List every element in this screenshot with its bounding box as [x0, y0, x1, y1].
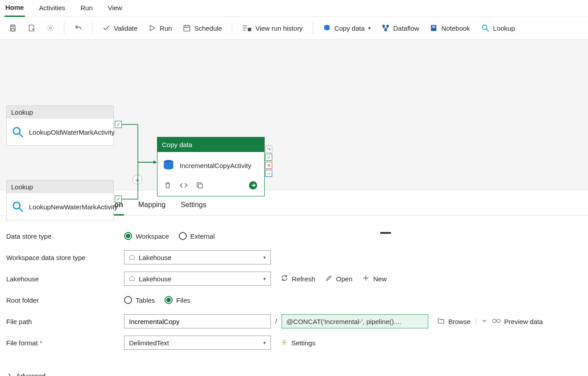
tab-mapping[interactable]: Mapping	[137, 197, 166, 215]
save-as-icon	[28, 24, 36, 32]
lookup-new-activity[interactable]: Lookup LookupNewWaterMarkActivity	[6, 180, 114, 220]
chevron-down-icon	[481, 318, 487, 325]
port-completion-icon[interactable]: →	[265, 170, 272, 177]
schedule-label: Schedule	[194, 24, 222, 32]
radio-workspace[interactable]: Workspace	[124, 232, 169, 240]
add-activity-button[interactable]: +	[133, 175, 142, 184]
select-value: Lakehouse	[139, 275, 171, 283]
radio-label: Workspace	[136, 232, 169, 240]
svg-point-15	[387, 25, 389, 27]
svg-point-20	[482, 25, 487, 29]
delete-icon[interactable]	[164, 181, 172, 191]
undo-button[interactable]	[70, 21, 87, 35]
svg-point-35	[283, 341, 285, 343]
activity-name: LookupOldWaterMarkActivity	[29, 128, 115, 136]
settings-button[interactable]	[42, 21, 59, 35]
label-rootfolder: Root folder	[6, 296, 124, 304]
nav-tab-run[interactable]: Run	[80, 0, 94, 16]
preview-button[interactable]: Preview data	[492, 318, 543, 325]
play-icon	[148, 24, 156, 32]
code-icon[interactable]	[180, 181, 188, 191]
port-success-icon[interactable]: ✓	[265, 154, 272, 161]
save-icon	[9, 24, 17, 32]
run-button[interactable]: Run	[144, 21, 177, 35]
preview-label: Preview data	[504, 318, 543, 325]
schedule-button[interactable]: Schedule	[178, 21, 227, 35]
port-fail-icon[interactable]: ✕	[265, 162, 272, 169]
chevron-down-icon: ▾	[263, 276, 266, 282]
lakehouse-icon	[129, 275, 135, 283]
filepath-directory-input[interactable]	[124, 314, 271, 328]
browse-more-button[interactable]	[481, 318, 487, 325]
run-next-icon[interactable]	[248, 180, 258, 192]
select-workspace-datastore-type[interactable]: Lakehouse ▾	[124, 250, 271, 264]
svg-rect-1	[12, 28, 14, 31]
activity-header: Lookup	[7, 180, 113, 193]
label-datastoretype: Data store type	[6, 232, 124, 240]
success-port-icon[interactable]: ✓	[115, 121, 122, 128]
radio-tables[interactable]: Tables	[124, 296, 155, 304]
check-icon	[102, 24, 110, 32]
success-port-icon[interactable]: ✓	[115, 196, 122, 203]
run-label: Run	[160, 24, 172, 32]
copy-data-activity[interactable]: Copy data IncrementalCopyActivity	[157, 137, 265, 196]
lookup-old-activity[interactable]: Lookup LookupOldWaterMarkActivity	[6, 105, 114, 146]
radio-files[interactable]: Files	[165, 296, 190, 304]
select-value: DelimitedText	[129, 339, 169, 347]
refresh-icon	[281, 274, 288, 283]
chevron-down-icon: ▾	[263, 255, 266, 260]
dataflow-button[interactable]: Dataflow	[377, 21, 423, 35]
history-button[interactable]: View run history	[238, 21, 307, 35]
history-label: View run history	[255, 24, 302, 32]
resize-handle[interactable]	[380, 232, 391, 234]
advanced-toggle[interactable]: Advanced	[0, 363, 588, 376]
label-lakehouse: Lakehouse	[6, 275, 124, 283]
pipeline-canvas[interactable]: Lookup LookupOldWaterMarkActivity ✓ Look…	[0, 40, 588, 190]
radio-label: Tables	[136, 296, 155, 304]
svg-rect-18	[432, 26, 436, 27]
nav-tabs: Home Activities Run View	[0, 0, 588, 17]
nav-tab-activities[interactable]: Activities	[38, 0, 66, 16]
svg-rect-28	[198, 184, 202, 188]
svg-point-14	[383, 25, 385, 27]
nav-tab-home[interactable]: Home	[4, 0, 25, 17]
activity-name: IncrementalCopyActivity	[180, 162, 251, 169]
radio-external[interactable]: External	[179, 232, 215, 240]
format-settings-button[interactable]: Settings	[281, 339, 315, 347]
notebook-button[interactable]: Notebook	[425, 21, 474, 35]
filepath-filename-expression[interactable]: @CONCAT('Incremental-', pipeline()....	[282, 314, 428, 328]
svg-marker-26	[153, 160, 157, 164]
toolbar-divider	[313, 22, 313, 34]
copydata-button[interactable]: Copy data ▾	[318, 21, 375, 35]
lookup-button[interactable]: Lookup	[476, 21, 520, 35]
validate-label: Validate	[114, 24, 137, 32]
gear-icon	[281, 339, 288, 347]
refresh-button[interactable]: Refresh	[281, 274, 315, 283]
port-skip-icon[interactable]: ↷	[265, 146, 272, 153]
browse-button[interactable]: Browse	[437, 317, 471, 325]
nav-tab-view[interactable]: View	[107, 0, 123, 16]
toolbar: Validate Run Schedule View run history C…	[0, 17, 588, 40]
activity-header: Lookup	[7, 106, 113, 119]
validate-button[interactable]: Validate	[98, 21, 142, 35]
destination-form: Data store type Workspace External Works…	[0, 216, 588, 363]
preview-icon	[492, 318, 501, 325]
svg-point-33	[496, 319, 500, 323]
label-filepath: File path	[6, 318, 124, 325]
copy-icon[interactable]	[196, 181, 204, 191]
svg-line-25	[20, 208, 23, 212]
pencil-icon	[325, 274, 333, 283]
svg-point-22	[13, 128, 20, 134]
select-fileformat[interactable]: DelimitedText ▾	[124, 336, 271, 350]
new-label: New	[373, 275, 387, 283]
open-button[interactable]: Open	[325, 274, 353, 283]
history-icon	[242, 24, 252, 32]
select-lakehouse[interactable]: Lakehouse ▾	[124, 272, 271, 286]
tab-settings[interactable]: Settings	[180, 197, 207, 215]
save-button[interactable]	[4, 21, 21, 35]
refresh-label: Refresh	[292, 275, 315, 283]
save-as-button[interactable]	[23, 21, 40, 35]
gear-icon	[46, 24, 54, 32]
activity-output-ports: ↷ ✓ ✕ →	[265, 146, 272, 177]
new-button[interactable]: New	[362, 274, 387, 283]
